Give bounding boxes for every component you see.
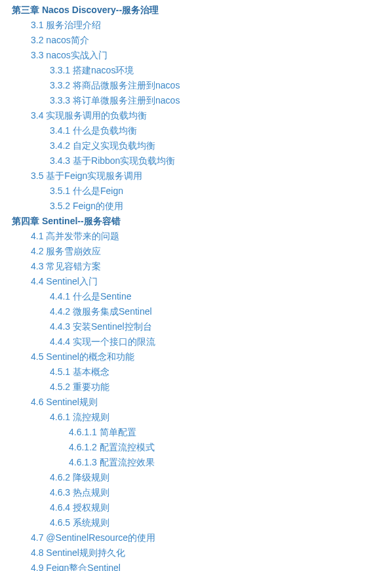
toc-link[interactable]: 4.4.4 实现一个接口的限流 — [50, 334, 392, 349]
toc-link[interactable]: 4.7 @SentinelResource的使用 — [31, 530, 392, 545]
toc-link[interactable]: 3.5.1 什么是Feign — [50, 184, 392, 199]
toc-link[interactable]: 4.1 高并发带来的问题 — [31, 229, 392, 244]
toc-link[interactable]: 4.5.2 重要功能 — [50, 380, 392, 395]
toc-link[interactable]: 4.6.1.1 简单配置 — [69, 425, 392, 440]
toc-link[interactable]: 4.6 Sentinel规则 — [31, 395, 392, 410]
toc-link[interactable]: 4.4.1 什么是Sentine — [50, 289, 392, 304]
toc-link[interactable]: 3.4 实现服务调用的负载均衡 — [31, 108, 392, 123]
toc-link[interactable]: 3.3.3 将订单微服务注册到nacos — [50, 93, 392, 108]
toc-link[interactable]: 4.5 Sentinel的概念和功能 — [31, 349, 392, 364]
toc-chapter: 第三章 Nacos Discovery--服务治理 — [12, 3, 392, 18]
toc-link[interactable]: 4.6.3 热点规则 — [50, 485, 392, 500]
toc-link[interactable]: 4.4.2 微服务集成Sentinel — [50, 304, 392, 319]
toc-link[interactable]: 4.8 Sentinel规则持久化 — [31, 545, 392, 561]
toc-link[interactable]: 3.5 基于Feign实现服务调用 — [31, 168, 392, 184]
toc-link[interactable]: 4.6.1 流控规则 — [50, 410, 392, 425]
toc-link[interactable]: 4.6.2 降级规则 — [50, 470, 392, 485]
toc-link[interactable]: 4.3 常见容错方案 — [31, 259, 392, 274]
toc-link[interactable]: 4.2 服务雪崩效应 — [31, 244, 392, 259]
toc-link[interactable]: 3.4.1 什么是负载均衡 — [50, 123, 392, 138]
toc-link[interactable]: 3.3 nacos实战入门 — [31, 48, 392, 63]
toc-link[interactable]: 4.4.3 安装Sentinel控制台 — [50, 319, 392, 334]
toc-link[interactable]: 3.2 nacos简介 — [31, 33, 392, 48]
toc-link[interactable]: 3.1 服务治理介绍 — [31, 18, 392, 33]
toc-link[interactable]: 3.3.2 将商品微服务注册到nacos — [50, 78, 392, 93]
table-of-contents: 第三章 Nacos Discovery--服务治理3.1 服务治理介绍3.2 n… — [12, 3, 392, 571]
toc-link[interactable]: 4.6.1.3 配置流控效果 — [69, 455, 392, 470]
toc-link[interactable]: 3.4.2 自定义实现负载均衡 — [50, 138, 392, 153]
toc-link[interactable]: 3.4.3 基于Ribbon实现负载均衡 — [50, 153, 392, 168]
toc-chapter: 第四章 Sentinel--服务容错 — [12, 214, 392, 229]
toc-link[interactable]: 4.6.4 授权规则 — [50, 500, 392, 515]
toc-link[interactable]: 4.4 Sentinel入门 — [31, 274, 392, 289]
toc-link[interactable]: 3.5.2 Feign的使用 — [50, 199, 392, 214]
toc-link[interactable]: 4.5.1 基本概念 — [50, 364, 392, 380]
toc-link[interactable]: 4.9 Feign整合Sentinel — [31, 561, 392, 571]
toc-link[interactable]: 3.3.1 搭建nacos环境 — [50, 63, 392, 78]
toc-link[interactable]: 4.6.1.2 配置流控模式 — [69, 440, 392, 455]
toc-link[interactable]: 4.6.5 系统规则 — [50, 515, 392, 530]
